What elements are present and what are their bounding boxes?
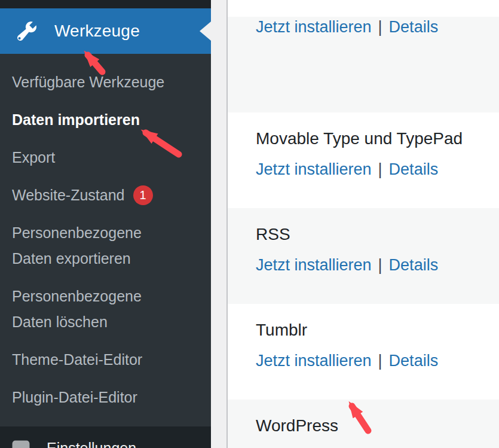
importer-row-wordpress: WordPress Importer ausführen <box>228 400 499 448</box>
importer-row-movable-type: Movable Type und TypePad Jetzt installie… <box>228 112 499 208</box>
importer-actions: Jetzt installieren|Details <box>256 17 499 37</box>
sidebar-item-daten-importieren[interactable]: Daten importieren <box>0 101 211 139</box>
details-link[interactable]: Details <box>389 160 439 178</box>
sidebar-top-strip <box>0 0 211 8</box>
importer-title: Tumblr <box>256 304 499 340</box>
importer-actions: Jetzt installieren|Details <box>256 351 499 371</box>
importer-title: WordPress <box>256 400 499 436</box>
sidebar-item-daten-exportieren[interactable]: Personenbezogene Daten exportieren <box>0 214 211 278</box>
details-link[interactable]: Details <box>389 352 439 370</box>
importer-title: RSS <box>256 208 499 245</box>
importer-row-rss: RSS Jetzt installieren|Details <box>228 208 499 304</box>
wordpress-admin-screen: Jetzt installieren|Details Movable Type … <box>0 0 499 448</box>
details-link[interactable]: Details <box>389 256 439 274</box>
install-now-link[interactable]: Jetzt installieren <box>256 352 372 370</box>
action-separator: | <box>378 160 382 178</box>
action-separator: | <box>378 256 382 274</box>
install-now-link[interactable]: Jetzt installieren <box>256 160 372 178</box>
admin-sidebar: Werkzeuge Verfügbare Werkzeuge Daten imp… <box>0 0 211 448</box>
sidebar-item-werkzeuge[interactable]: Werkzeuge <box>0 8 211 54</box>
importer-title: Movable Type und TypePad <box>256 112 499 149</box>
sidebar-item-einstellungen[interactable]: Einstellungen <box>0 426 211 448</box>
sidebar-item-export[interactable]: Export <box>0 139 211 176</box>
active-menu-arrow <box>200 22 211 41</box>
sidebar-item-verfuegbare-werkzeuge[interactable]: Verfügbare Werkzeuge <box>0 63 211 101</box>
details-link[interactable]: Details <box>389 18 439 36</box>
wrench-icon <box>15 19 39 43</box>
install-now-link[interactable]: Jetzt installieren <box>256 18 372 36</box>
sidebar-item-label: Website-Zustand <box>12 187 125 203</box>
settings-icon <box>11 439 31 448</box>
sidebar-item-label: Einstellungen <box>47 439 136 448</box>
sidebar-item-plugin-datei-editor[interactable]: Plugin-Datei-Editor <box>0 379 211 416</box>
importers-list: Jetzt installieren|Details Movable Type … <box>226 0 499 448</box>
action-separator: | <box>378 352 382 370</box>
sidebar-item-website-zustand[interactable]: Website-Zustand1 <box>0 176 211 214</box>
sidebar-item-label: Werkzeuge <box>54 22 140 41</box>
sidebar-bottom-strip: Einstellungen <box>0 426 211 448</box>
update-count-badge: 1 <box>133 185 153 205</box>
importer-row-tumblr: Tumblr Jetzt installieren|Details <box>228 304 499 400</box>
importer-row-partial: Jetzt installieren|Details <box>228 17 499 112</box>
importer-actions: Jetzt installieren|Details <box>256 159 499 179</box>
sidebar-item-daten-loeschen[interactable]: Personenbezogene Daten löschen <box>0 278 211 341</box>
action-separator: | <box>378 18 382 36</box>
importer-actions: Jetzt installieren|Details <box>256 255 499 275</box>
install-now-link[interactable]: Jetzt installieren <box>256 256 372 274</box>
sidebar-item-theme-datei-editor[interactable]: Theme-Datei-Editor <box>0 341 211 379</box>
werkzeuge-submenu: Verfügbare Werkzeuge Daten importieren E… <box>0 54 211 426</box>
